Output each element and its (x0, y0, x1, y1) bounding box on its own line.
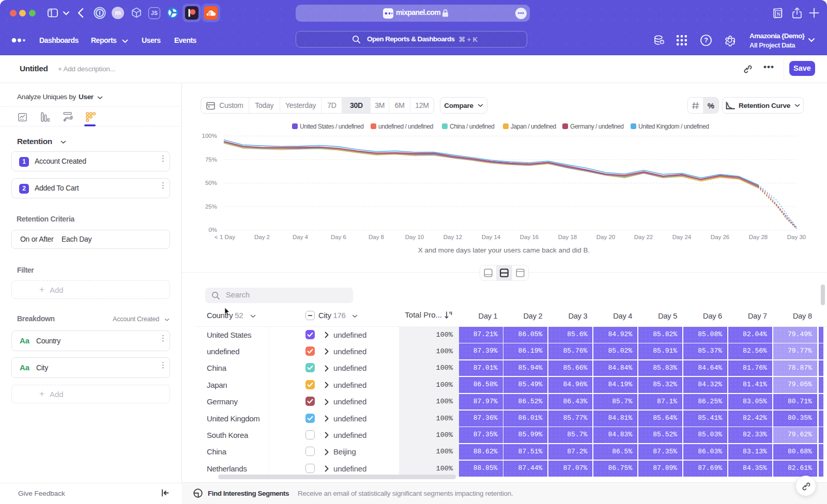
svg-text:N: N (776, 11, 780, 17)
svg-text:?: ? (704, 37, 708, 44)
